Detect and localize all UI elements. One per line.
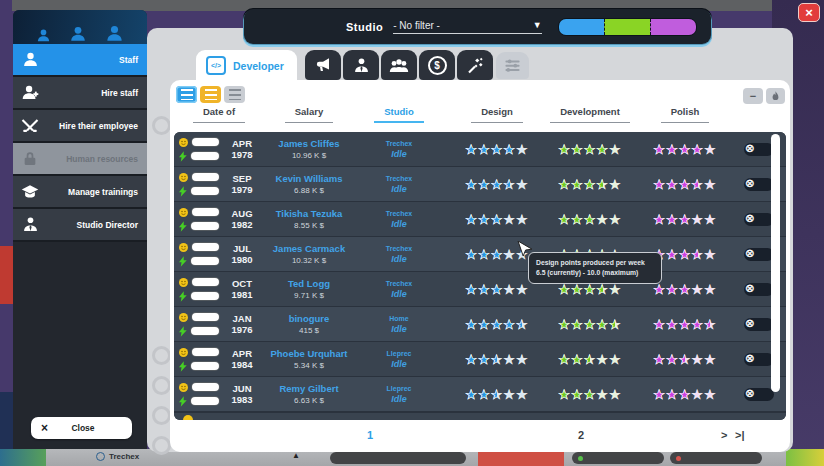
studio-cell: Trechex Idle <box>354 280 444 299</box>
studio-cell: Lleprec Idle <box>354 350 444 369</box>
employee-cell: Phoebe Urquhart 5.34 K $ <box>264 348 354 370</box>
collapse-button[interactable]: − <box>743 88 763 104</box>
employee-toggle[interactable]: ⊗ <box>744 248 774 261</box>
mood-smiley-icon <box>179 277 188 288</box>
employee-toggle[interactable]: ⊗ <box>744 388 774 401</box>
development-rating: ★★★★★★★★★★ <box>558 178 621 191</box>
employee-toggle[interactable]: ⊗ <box>744 143 774 156</box>
table-row[interactable]: JAN 1976 binogure 415 $ Home Idle ★★★★★★… <box>174 307 786 342</box>
flame-button[interactable] <box>766 88 785 104</box>
polish-rating: ★★★★★★★★★★ <box>653 353 716 366</box>
employee-toggle[interactable]: ⊗ <box>744 318 774 331</box>
tab-developer[interactable]: </> Developer <box>196 50 297 81</box>
energy-bar <box>190 361 220 371</box>
employee-cell: James Carmack 10.32 K $ <box>264 243 354 265</box>
studio-cell: Trechex Idle <box>354 245 444 264</box>
employee-salary: 8.55 K $ <box>294 221 324 230</box>
close-button[interactable]: × Close <box>31 417 132 439</box>
studio-filter-dropdown[interactable]: - No filter - ▼ <box>393 20 541 34</box>
employee-name[interactable]: Tikisha Tezuka <box>276 208 343 219</box>
dollar-coin-icon: $ <box>428 56 447 75</box>
table-row[interactable]: OCT 1981 Ted Logg 9.71 K $ Trechex Idle … <box>174 272 786 307</box>
page-button-1[interactable]: 1 <box>367 429 373 441</box>
polish-rating: ★★★★★★★★★★ <box>653 388 716 401</box>
sliders-icon <box>504 58 521 73</box>
mood-bar <box>191 242 220 252</box>
mood-bar <box>191 277 220 287</box>
employee-salary: 5.34 K $ <box>294 361 324 370</box>
sidebar-item-manage-trainings[interactable]: Manage trainings <box>13 176 147 209</box>
sidebar-item-label: Manage trainings <box>47 187 147 197</box>
next-page-icon[interactable]: > <box>721 429 727 441</box>
table-row[interactable]: APR 1978 James Cliffes 10.96 K $ Trechex… <box>174 132 786 167</box>
employee-salary: 6.88 K $ <box>294 186 324 195</box>
circled-x-icon: ⊗ <box>745 283 755 295</box>
development-rating: ★★★★★★★★★★ <box>558 143 621 156</box>
view-toggle-detailed[interactable] <box>176 86 197 103</box>
studio-cell: Trechex Idle <box>354 175 444 194</box>
tab-team[interactable] <box>381 50 417 80</box>
hire-month: JUL <box>233 243 251 254</box>
column-header-polish[interactable]: Polish <box>661 106 710 123</box>
column-header-design[interactable]: Design <box>471 106 523 123</box>
development-rating: ★★★★★★★★★★ <box>558 353 621 366</box>
hire-year: 1980 <box>231 254 252 265</box>
employee-toggle[interactable]: ⊗ <box>744 213 774 226</box>
sidebar-item-human-resources: Human resources <box>13 143 147 176</box>
employee-toggle[interactable]: ⊗ <box>744 353 774 366</box>
last-page-icon[interactable]: >| <box>735 429 745 441</box>
tab-person-suit[interactable] <box>343 50 379 80</box>
spark-wand-icon <box>466 56 484 74</box>
employee-name[interactable]: James Cliffes <box>278 138 339 149</box>
mood-bar <box>191 347 220 357</box>
hire-year: 1978 <box>231 149 252 160</box>
sidebar-item-hire-staff[interactable]: Hire staff <box>13 77 147 110</box>
employee-name[interactable]: Phoebe Urquhart <box>270 348 347 359</box>
staff-list-panel: − Date of Salary Studio Design Developme… <box>170 80 790 452</box>
tab-developer-label: Developer <box>233 60 284 72</box>
tab-marketing[interactable] <box>305 50 341 80</box>
table-row[interactable]: JUN 1983 Remy Gilbert 6.63 K $ Lleprec I… <box>174 377 786 412</box>
tab-cleaning[interactable] <box>457 50 493 80</box>
employee-toggle[interactable]: ⊗ <box>744 283 774 296</box>
design-rating: ★★★★★★★★★★ <box>465 318 528 331</box>
list-detailed-icon <box>181 89 193 100</box>
view-toggle-compact[interactable] <box>224 86 245 103</box>
table-row[interactable]: JUL 1980 James Carmack 10.32 K $ Trechex… <box>174 237 786 272</box>
taskbar-pill <box>572 452 664 464</box>
sidebar-item-hire-their-employee[interactable]: Hire their employee <box>13 110 147 143</box>
table-row[interactable]: APR 1984 Phoebe Urquhart 5.34 K $ Llepre… <box>174 342 786 377</box>
mood-smiley-icon <box>179 242 188 253</box>
employee-name[interactable]: Kevin Williams <box>276 173 343 184</box>
employee-cell: binogure 415 $ <box>264 313 354 335</box>
tab-finance[interactable]: $ <box>419 50 455 80</box>
column-header-salary[interactable]: Salary <box>285 106 334 123</box>
design-rating: ★★★★★★★★★★ <box>465 178 528 191</box>
employee-name[interactable]: James Carmack <box>273 243 345 254</box>
column-header-studio[interactable]: Studio <box>374 106 424 123</box>
hire-date: JAN 1976 <box>220 313 264 336</box>
table-row[interactable]: SEP 1979 Kevin Williams 6.88 K $ Trechex… <box>174 167 786 202</box>
employee-status: Idle <box>391 289 407 299</box>
sidebar-item-staff[interactable]: Staff <box>13 44 147 77</box>
team-icon <box>389 57 409 74</box>
window-close-button[interactable]: × <box>798 3 820 22</box>
column-header-date[interactable]: Date of <box>193 106 245 123</box>
page-button-2[interactable]: 2 <box>578 429 584 441</box>
sidebar-item-studio-director[interactable]: Studio Director <box>13 209 147 242</box>
employee-toggle[interactable]: ⊗ <box>744 178 774 191</box>
employee-name[interactable]: binogure <box>289 313 330 324</box>
studio-name: Trechex <box>386 140 412 147</box>
info-icon <box>96 452 105 461</box>
view-toggle-rows[interactable] <box>200 86 221 103</box>
sidebar-item-label: Hire their employee <box>47 121 147 131</box>
table-row[interactable]: AUG 1982 Tikisha Tezuka 8.55 K $ Trechex… <box>174 202 786 237</box>
screen: Trechex ▲ Staff Hire staff <box>0 0 824 466</box>
employee-name[interactable]: Ted Logg <box>288 278 330 289</box>
hire-date: JUN 1983 <box>220 383 264 406</box>
table-scrollbar[interactable] <box>771 134 780 392</box>
column-header-development[interactable]: Development <box>550 106 630 123</box>
mood-bar <box>191 312 220 322</box>
energy-bolt-icon <box>179 326 187 337</box>
employee-name[interactable]: Remy Gilbert <box>279 383 338 394</box>
